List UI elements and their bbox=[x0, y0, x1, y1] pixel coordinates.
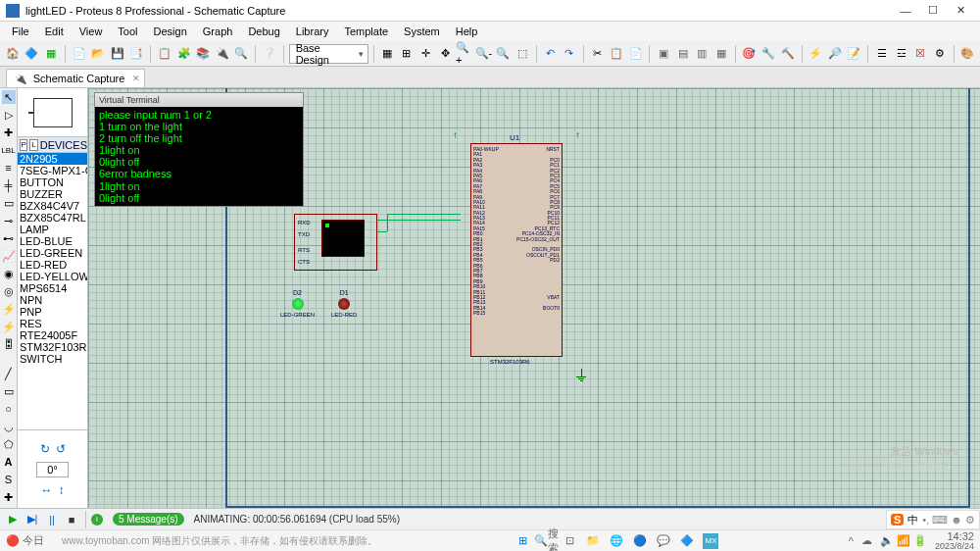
wire-autoroute-icon[interactable]: ⚡ bbox=[807, 44, 824, 64]
menu-system[interactable]: System bbox=[396, 24, 448, 39]
bom-icon[interactable]: ☰ bbox=[873, 44, 891, 64]
device-item[interactable]: MPS6514 bbox=[18, 282, 87, 294]
device-item[interactable]: BZX84C4V7 bbox=[18, 200, 87, 212]
mcu-chip[interactable]: U1 ↑ ↑ PA0-WKUPPA1PA2PA3PA4PA5PA6PA7PA8P… bbox=[470, 143, 563, 357]
close-icon[interactable]: 📑 bbox=[128, 44, 146, 64]
device-item[interactable]: 7SEG-MPX1-CC bbox=[18, 165, 87, 176]
block-copy-icon[interactable]: ▣ bbox=[655, 44, 672, 64]
weather-widget[interactable]: 🔴 今日 bbox=[6, 533, 44, 548]
probe-v-icon[interactable]: ⚡ bbox=[2, 302, 16, 316]
property-icon[interactable]: 📝 bbox=[846, 44, 863, 64]
mx-icon[interactable]: MX bbox=[703, 533, 718, 549]
junction-mode-icon[interactable]: ✚ bbox=[2, 125, 16, 139]
explorer-icon[interactable]: 📁 bbox=[585, 533, 601, 549]
probe-i-icon[interactable]: ⚡ bbox=[2, 320, 16, 333]
device-item[interactable]: 2N2905 bbox=[18, 153, 87, 165]
clock-time[interactable]: 14:32 bbox=[935, 531, 974, 542]
menu-tool[interactable]: Tool bbox=[110, 24, 145, 39]
cut-icon[interactable]: ✂ bbox=[589, 44, 607, 64]
taskview-icon[interactable]: ⊡ bbox=[562, 533, 577, 549]
schematic-canvas[interactable]: Virtual Terminal please input num 1 or 2… bbox=[88, 88, 980, 508]
graph-icon[interactable]: 📈 bbox=[2, 249, 16, 263]
device-item[interactable]: LED-YELLOW bbox=[18, 271, 87, 282]
decompose-icon[interactable]: 🔨 bbox=[779, 44, 797, 64]
redo-icon[interactable]: ↷ bbox=[561, 44, 578, 64]
pcb-icon[interactable]: ▦ bbox=[42, 44, 60, 64]
undo-icon[interactable]: ↶ bbox=[541, 44, 559, 64]
pick-icon[interactable]: 🎯 bbox=[741, 44, 759, 64]
tray-up-icon[interactable]: ^ bbox=[849, 535, 854, 547]
schematic-icon[interactable]: 🔷 bbox=[24, 44, 41, 64]
device-item[interactable]: LAMP bbox=[18, 224, 87, 235]
menu-template[interactable]: Template bbox=[336, 24, 396, 39]
marker-icon[interactable]: ✚ bbox=[2, 490, 16, 504]
bus-mode-icon[interactable]: ╪ bbox=[2, 178, 16, 192]
text-script-icon[interactable]: ≡ bbox=[2, 161, 16, 175]
save-icon[interactable]: 💾 bbox=[109, 44, 126, 64]
path-2d-icon[interactable]: ⬠ bbox=[2, 437, 16, 451]
device-item[interactable]: RTE24005F bbox=[18, 329, 87, 341]
uart-component[interactable]: RXD TXD RTS CTS bbox=[294, 214, 377, 271]
component-icon[interactable]: 🔌 bbox=[214, 44, 231, 64]
compile-icon[interactable]: ⚙ bbox=[931, 44, 949, 64]
menu-help[interactable]: Help bbox=[448, 24, 486, 39]
menu-design[interactable]: Design bbox=[146, 24, 195, 39]
ime-bar[interactable]: S 中 •, ⌨ ☻ ⚙ bbox=[886, 510, 980, 529]
tab-schematic[interactable]: Schematic Capture ✕ bbox=[6, 69, 145, 87]
zoom-fit-icon[interactable]: 🔍 bbox=[494, 44, 512, 64]
start-icon[interactable]: ⊞ bbox=[514, 533, 530, 549]
palette-icon[interactable]: 🎨 bbox=[959, 44, 977, 64]
box-2d-icon[interactable]: ▭ bbox=[2, 384, 16, 398]
message-icon[interactable]: i bbox=[91, 514, 103, 526]
device-item[interactable]: STM32F103R6 bbox=[18, 341, 87, 353]
copy-icon[interactable]: 📋 bbox=[608, 44, 625, 64]
home-icon[interactable]: 🏠 bbox=[4, 44, 22, 64]
pin-icon[interactable]: ⊷ bbox=[2, 231, 16, 245]
rotate-ccw-icon[interactable]: ↻ bbox=[40, 442, 50, 456]
menu-file[interactable]: File bbox=[4, 24, 37, 39]
menu-edit[interactable]: Edit bbox=[37, 24, 72, 39]
wechat-icon[interactable]: 💬 bbox=[656, 533, 671, 549]
maximize-button[interactable]: ☐ bbox=[919, 1, 947, 21]
step-button[interactable]: ▶| bbox=[24, 512, 41, 527]
stop-button[interactable]: ■ bbox=[63, 512, 80, 527]
led-d2[interactable]: D2 LED-GREEN bbox=[280, 289, 315, 318]
package-icon[interactable]: 🧩 bbox=[175, 44, 193, 64]
led-d1[interactable]: D1 LED-RED bbox=[331, 289, 357, 318]
pan-icon[interactable]: ✥ bbox=[436, 44, 454, 64]
flip-v-icon[interactable]: ↕ bbox=[59, 483, 65, 497]
device-item[interactable]: RES bbox=[18, 318, 87, 329]
search-taskbar-icon[interactable]: 🔍 搜索 bbox=[538, 533, 554, 549]
search-icon[interactable]: 🔍 bbox=[233, 44, 251, 64]
selection-mode-icon[interactable]: ↖ bbox=[2, 90, 16, 104]
virtual-terminal-window[interactable]: Virtual Terminal please input num 1 or 2… bbox=[94, 92, 304, 207]
circle-2d-icon[interactable]: ○ bbox=[2, 402, 16, 416]
device-item[interactable]: LED-BLUE bbox=[18, 235, 87, 247]
netlist-icon[interactable]: ☒ bbox=[911, 44, 929, 64]
terminal-icon[interactable]: ⊸ bbox=[2, 214, 16, 227]
device-item[interactable]: LED-GREEN bbox=[18, 247, 87, 259]
symbol-2d-icon[interactable]: S bbox=[2, 473, 16, 486]
library-button[interactable]: L bbox=[29, 139, 37, 151]
menu-view[interactable]: View bbox=[72, 24, 111, 39]
erc-icon[interactable]: ☲ bbox=[893, 44, 910, 64]
tape-icon[interactable]: ◉ bbox=[2, 267, 16, 280]
menu-library[interactable]: Library bbox=[288, 24, 337, 39]
zoom-in-icon[interactable]: 🔍+ bbox=[456, 44, 473, 64]
tray-onedrive-icon[interactable]: ☁ bbox=[861, 534, 872, 547]
pick-device-button[interactable]: P bbox=[20, 139, 27, 151]
device-item[interactable]: LED-RED bbox=[18, 259, 87, 271]
make-icon[interactable]: 🔧 bbox=[760, 44, 777, 64]
snap-icon[interactable]: ⊞ bbox=[398, 44, 416, 64]
module-icon[interactable]: 📋 bbox=[156, 44, 173, 64]
block-move-icon[interactable]: ▤ bbox=[674, 44, 692, 64]
device-item[interactable]: NPN bbox=[18, 294, 87, 306]
block-rotate-icon[interactable]: ▥ bbox=[694, 44, 711, 64]
help-icon[interactable]: ❔ bbox=[261, 44, 278, 64]
device-item[interactable]: BUTTON bbox=[18, 176, 87, 188]
messages-count[interactable]: 5 Message(s) bbox=[113, 513, 184, 526]
paste-icon[interactable]: 📄 bbox=[627, 44, 645, 64]
design-combo[interactable]: Base Design bbox=[289, 44, 368, 64]
chrome-icon[interactable]: 🔵 bbox=[632, 533, 648, 549]
tab-close-icon[interactable]: ✕ bbox=[132, 74, 140, 83]
